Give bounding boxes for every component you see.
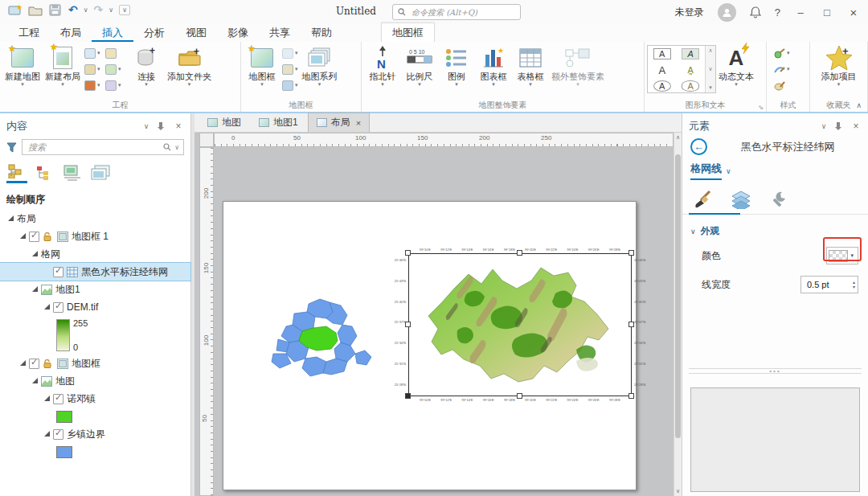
selection-handle[interactable] [628, 250, 634, 256]
map-series-button[interactable]: 地图系列▾ [300, 43, 340, 87]
user-avatar[interactable] [718, 3, 736, 22]
contents-search-box[interactable]: ∨ [22, 139, 184, 155]
view-tab-map1[interactable]: 地图1 [251, 113, 306, 132]
contents-close-icon[interactable]: × [173, 121, 184, 132]
tree-item[interactable]: 黑色水平标注经纬网 [0, 263, 190, 281]
tree-item[interactable]: 地图 [0, 372, 190, 390]
contents-search-input[interactable] [27, 141, 160, 153]
python-button[interactable]: ▾ [105, 77, 126, 93]
ribbon-tab-project[interactable]: 工程 [8, 23, 50, 42]
new-map-button[interactable]: ★ 新建地图▾ [2, 43, 43, 87]
redo-icon[interactable]: ↷ [94, 3, 104, 16]
selection-handle[interactable] [517, 393, 522, 399]
list-by-source-icon[interactable] [35, 164, 55, 183]
visibility-checkbox[interactable] [53, 429, 63, 440]
tree-item[interactable]: DEM.tif [0, 298, 190, 316]
text-style-ellipse-icon[interactable]: A [682, 80, 699, 92]
maximize-button[interactable]: □ [821, 6, 833, 18]
chart-frame-button[interactable]: ★ 图表框▾ [475, 43, 512, 87]
ribbon-tab-analysis[interactable]: 分析 [133, 23, 175, 42]
undo-icon[interactable]: ↶ [68, 3, 78, 16]
customize-toolbar-icon[interactable]: ∨ [119, 5, 130, 15]
text-style-callout-icon[interactable]: A̰ [682, 65, 699, 75]
text-symbol-gallery[interactable]: A A A A̰ A A ∧∨▾ [647, 45, 716, 93]
polygon-style-button[interactable] [774, 77, 790, 93]
view-tab-map[interactable]: 地图 [199, 113, 249, 132]
line-style-button[interactable]: ▾ [774, 61, 790, 77]
visibility-checkbox[interactable] [29, 359, 39, 369]
toolbox-button[interactable]: ▾ [84, 77, 105, 93]
add-item-button[interactable]: + 添加项目▾ [819, 43, 859, 87]
appearance-collapse-icon[interactable]: ∨ [690, 228, 696, 236]
ribbon-tab-help[interactable]: 帮助 [301, 23, 342, 42]
tree-item[interactable] [0, 408, 190, 425]
collapse-ribbon-icon[interactable]: ∧ [856, 101, 862, 109]
tree-item[interactable]: 诺邓镇 [0, 390, 190, 408]
open-project-icon[interactable] [28, 3, 43, 16]
selection-handle[interactable] [405, 250, 411, 256]
gallery-expand-icon[interactable]: ▾ [709, 84, 712, 91]
add-data-button[interactable]: ▾ [105, 61, 126, 77]
canvas-vertical-scrollbar[interactable]: ∧ ∨ [674, 133, 682, 496]
tree-item[interactable]: 2550 [0, 316, 190, 355]
undo-dropdown-icon[interactable]: ∨ [84, 6, 88, 14]
text-style-plain-icon[interactable]: A [653, 64, 671, 76]
selection-handle[interactable] [628, 322, 634, 327]
selection-handle[interactable] [405, 393, 411, 399]
close-button[interactable]: × [847, 6, 860, 19]
import-map-button[interactable]: ▾ [84, 45, 105, 61]
tree-item[interactable]: 地图框 1 [0, 228, 190, 245]
search-options-chevron-icon[interactable]: ∨ [174, 144, 179, 151]
selected-map-frame[interactable]: 99°10'E99°12'E99°14'E99°16'E99°18'E99°20… [408, 253, 632, 396]
visibility-checkbox[interactable] [53, 302, 63, 313]
help-icon[interactable]: ? [775, 6, 780, 18]
list-maps-icon[interactable] [91, 164, 112, 183]
panel-menu-chevron-icon[interactable]: ∨ [818, 122, 829, 130]
point-style-button[interactable]: ▾ [774, 45, 790, 61]
gallery-up-icon[interactable]: ∧ [708, 47, 712, 54]
paste-button[interactable] [105, 45, 126, 61]
command-search-input[interactable] [410, 7, 515, 18]
panel-menu-chevron-icon[interactable]: ∨ [141, 122, 152, 130]
ribbon-tab-share[interactable]: 共享 [259, 23, 301, 42]
new-project-icon[interactable]: ★ [8, 3, 23, 16]
ribbon-tab-imagery[interactable]: 影像 [217, 23, 259, 42]
gallery-scrollbar[interactable]: ∧∨▾ [705, 46, 715, 92]
filter-funnel-icon[interactable] [6, 142, 17, 153]
selection-handle[interactable] [405, 322, 411, 327]
text-style-circle-icon[interactable]: A [653, 80, 671, 92]
grid-option-button-2[interactable]: ▾ [282, 61, 298, 77]
minimize-button[interactable]: – [794, 6, 807, 18]
scroll-up-icon[interactable]: ∧ [676, 133, 680, 142]
pin-icon[interactable] [157, 121, 168, 131]
extra-surrounds-button[interactable]: 额外整饰要素▾ [549, 43, 607, 87]
notifications-bell-icon[interactable] [750, 6, 761, 18]
dynamic-text-button[interactable]: A 动态文本▾ [716, 43, 756, 87]
line-width-spinner[interactable]: 0.5 pt ▴▾ [800, 276, 858, 293]
sign-in-status[interactable]: 未登录 [675, 6, 704, 19]
ribbon-tab-layout[interactable]: 布局 [50, 23, 92, 42]
map-frame-button[interactable]: ★ 地图框▾ [244, 43, 280, 87]
selection-handle[interactable] [517, 250, 522, 256]
ribbon-tab-view[interactable]: 视图 [175, 23, 217, 42]
scale-bar-button[interactable]: 0 5 10 比例尺▾ [401, 43, 438, 87]
table-frame-button[interactable]: 表格框▾ [512, 43, 549, 87]
tree-item[interactable]: 布局 [0, 210, 190, 228]
list-by-element-icon[interactable] [63, 164, 84, 183]
panel-section-splitter[interactable]: ••• [689, 368, 862, 374]
ribbon-tab-map-frame-contextual[interactable]: 地图框 [381, 23, 435, 42]
new-notebook-button[interactable]: ▾ [84, 61, 105, 77]
save-project-icon[interactable] [48, 3, 63, 16]
tab-chevron-icon[interactable]: ∨ [726, 167, 731, 175]
gallery-down-icon[interactable]: ∨ [708, 66, 712, 72]
ribbon-tab-insert[interactable]: 插入 [92, 23, 133, 42]
overview-map-frame[interactable] [267, 294, 376, 387]
legend-button[interactable]: 图例▾ [438, 43, 475, 87]
wrench-icon[interactable] [769, 190, 788, 209]
spinner-down-icon[interactable]: ▾ [853, 285, 855, 289]
layers-icon[interactable] [731, 190, 751, 209]
view-tab-layout[interactable]: 布局× [308, 113, 370, 132]
pin-icon[interactable] [834, 121, 845, 131]
tree-item[interactable]: 地图1 [0, 281, 190, 298]
connections-button[interactable]: + 连接▾ [128, 43, 165, 87]
